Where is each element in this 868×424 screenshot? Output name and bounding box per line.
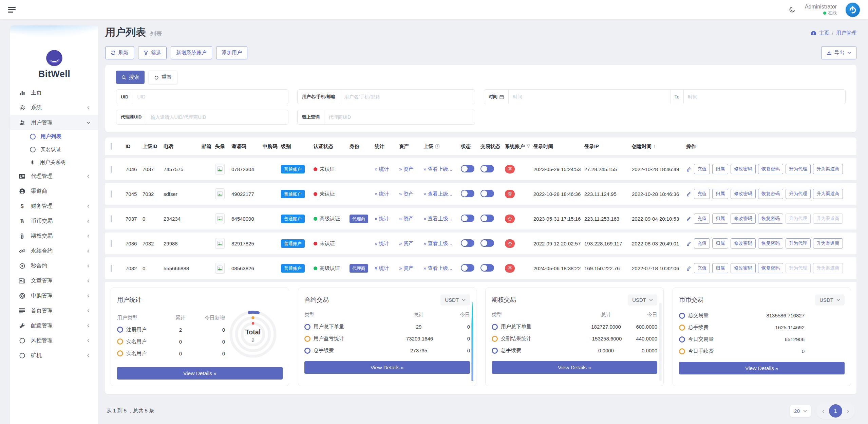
currency-select[interactable]: USDT bbox=[628, 294, 657, 306]
agent-uid-input[interactable] bbox=[146, 110, 288, 124]
view-parent-link[interactable]: » 查看上级... bbox=[423, 216, 452, 221]
attribution-button[interactable]: 归属 bbox=[712, 263, 728, 273]
stats-link[interactable]: » 统计 bbox=[375, 191, 389, 197]
current-page-button[interactable]: 1 bbox=[829, 404, 842, 418]
attribution-button[interactable]: 归属 bbox=[712, 238, 728, 248]
sidebar-item-channel-merchant[interactable]: 渠道商 bbox=[10, 184, 98, 199]
trade-status-toggle[interactable] bbox=[480, 190, 494, 197]
stats-link[interactable]: » 统计 bbox=[375, 216, 389, 221]
next-page-button[interactable]: › bbox=[842, 405, 854, 418]
assets-link[interactable]: » 资产 bbox=[399, 216, 414, 221]
sidebar-item-article-management[interactable]: 文章管理 bbox=[10, 273, 98, 288]
reset-button[interactable]: 重置 bbox=[149, 71, 177, 84]
change-password-button[interactable]: 修改密码 bbox=[731, 214, 756, 224]
sidebar-item-system[interactable]: 系统 bbox=[10, 100, 98, 115]
sidebar-item-spot-trading[interactable]: B 币币交易 bbox=[10, 214, 98, 228]
add-system-account-button[interactable]: 新增系统账户 bbox=[171, 46, 212, 59]
sidebar-item-agent-management[interactable]: 代理管理 bbox=[10, 169, 98, 184]
attribution-button[interactable]: 归属 bbox=[712, 214, 728, 224]
change-password-button[interactable]: 修改密码 bbox=[731, 238, 756, 248]
edit-pencil-icon[interactable] bbox=[686, 166, 692, 172]
view-details-button[interactable]: View Details » bbox=[492, 361, 657, 374]
sidebar-item-config-management[interactable]: 配置管理 bbox=[10, 318, 98, 333]
sidebar-item-homepage-management[interactable]: 首页管理 bbox=[10, 303, 98, 318]
currency-select[interactable]: USDT bbox=[440, 294, 470, 306]
row-checkbox[interactable] bbox=[111, 215, 112, 222]
promote-agent-button[interactable]: 升为代理 bbox=[786, 238, 811, 248]
recharge-button[interactable]: 充值 bbox=[694, 164, 710, 174]
select-all-checkbox[interactable] bbox=[111, 143, 112, 150]
sidebar-item-finance-management[interactable]: $ 财务管理 bbox=[10, 199, 98, 214]
time-from-input[interactable] bbox=[509, 90, 670, 104]
edit-pencil-icon[interactable] bbox=[686, 191, 692, 197]
recover-password-button[interactable]: 恢复密码 bbox=[758, 189, 783, 199]
breadcrumb-home-link[interactable]: 主页 bbox=[819, 30, 829, 36]
assets-link[interactable]: » 资产 bbox=[399, 191, 414, 197]
sidebar-item-real-name-auth[interactable]: 实名认证 bbox=[10, 143, 98, 156]
export-button[interactable]: 导出 bbox=[821, 46, 856, 59]
view-parent-link[interactable]: » 查看上级... bbox=[423, 166, 452, 172]
recharge-button[interactable]: 充值 bbox=[694, 189, 710, 199]
recover-password-button[interactable]: 恢复密码 bbox=[758, 263, 783, 273]
status-toggle[interactable] bbox=[461, 190, 474, 197]
recover-password-button[interactable]: 恢复密码 bbox=[758, 164, 783, 174]
row-checkbox[interactable] bbox=[111, 240, 112, 247]
view-parent-link[interactable]: » 查看上级... bbox=[423, 191, 452, 197]
search-button[interactable]: 搜索 bbox=[116, 71, 145, 84]
sidebar-item-perpetual-contract[interactable]: 永续合约 bbox=[10, 243, 98, 258]
page-size-select[interactable]: 20 bbox=[790, 405, 811, 417]
currency-select[interactable]: USDT bbox=[815, 294, 845, 306]
row-checkbox[interactable] bbox=[111, 190, 112, 198]
edit-pencil-icon[interactable] bbox=[686, 216, 692, 221]
sidebar-item-user-relation-tree[interactable]: 用户关系树 bbox=[10, 156, 98, 169]
view-details-button[interactable]: View Details » bbox=[304, 361, 470, 374]
help-circle-icon[interactable]: ? bbox=[435, 144, 440, 149]
add-user-button[interactable]: 添加用户 bbox=[216, 46, 247, 59]
assets-link[interactable]: » 资产 bbox=[399, 240, 414, 246]
status-toggle[interactable] bbox=[461, 239, 474, 247]
sidebar-item-subscription-management[interactable]: 申购管理 bbox=[10, 288, 98, 303]
change-password-button[interactable]: 修改密码 bbox=[731, 263, 756, 273]
recover-password-button[interactable]: 恢复密码 bbox=[758, 238, 783, 248]
stats-link[interactable]: » 统计 bbox=[375, 240, 389, 246]
account-input[interactable] bbox=[340, 90, 475, 104]
uid-input[interactable] bbox=[133, 90, 288, 104]
recharge-button[interactable]: 充值 bbox=[694, 214, 710, 224]
status-toggle[interactable] bbox=[461, 264, 474, 272]
recharge-button[interactable]: 充值 bbox=[694, 263, 710, 273]
recover-password-button[interactable]: 恢复密码 bbox=[758, 214, 783, 224]
column-filter-icon[interactable] bbox=[526, 144, 530, 148]
row-checkbox[interactable] bbox=[111, 265, 112, 272]
trade-status-toggle[interactable] bbox=[480, 264, 494, 272]
view-parent-link[interactable]: » 查看上级... bbox=[423, 265, 452, 271]
promote-channel-button[interactable]: 升为渠道商 bbox=[813, 189, 843, 199]
edit-pencil-icon[interactable] bbox=[686, 241, 692, 246]
attribution-button[interactable]: 归属 bbox=[712, 164, 728, 174]
filter-button[interactable]: 筛选 bbox=[138, 46, 167, 59]
sort-asc-icon[interactable]: ↑ bbox=[653, 144, 656, 149]
sidebar-item-user-management[interactable]: 用户管理 bbox=[10, 115, 98, 130]
assets-link[interactable]: » 资产 bbox=[399, 166, 414, 172]
assets-link[interactable]: » 资产 bbox=[399, 265, 414, 271]
status-toggle[interactable] bbox=[461, 215, 474, 222]
trade-status-toggle[interactable] bbox=[480, 165, 494, 172]
user-info[interactable]: Administrator 在线 bbox=[805, 3, 837, 16]
sidebar-item-home[interactable]: 主页 bbox=[10, 85, 98, 100]
status-toggle[interactable] bbox=[461, 165, 474, 172]
recharge-button[interactable]: 充值 bbox=[694, 238, 710, 248]
avatar[interactable] bbox=[846, 3, 860, 17]
sidebar-item-mining-machine[interactable]: 矿机 bbox=[10, 348, 98, 363]
sidebar-item-second-contract[interactable]: 秒合约 bbox=[10, 258, 98, 273]
promote-agent-button[interactable]: 升为代理 bbox=[786, 164, 811, 174]
edit-pencil-icon[interactable] bbox=[686, 265, 692, 271]
sidebar-item-user-list[interactable]: 用户列表 bbox=[10, 130, 98, 143]
change-password-button[interactable]: 修改密码 bbox=[731, 164, 756, 174]
attribution-button[interactable]: 归属 bbox=[712, 189, 728, 199]
refresh-button[interactable]: 刷新 bbox=[105, 46, 134, 59]
sidebar-item-options-trading[interactable]: B 期权交易 bbox=[10, 228, 98, 243]
chain-query-input[interactable] bbox=[324, 110, 475, 124]
stats-link[interactable]: » 统计 bbox=[375, 166, 389, 172]
sidebar-item-risk-management[interactable]: 风控管理 bbox=[10, 333, 98, 348]
stats-link[interactable]: ¥ 统计 bbox=[375, 265, 389, 271]
promote-agent-button[interactable]: 升为代理 bbox=[786, 189, 811, 199]
